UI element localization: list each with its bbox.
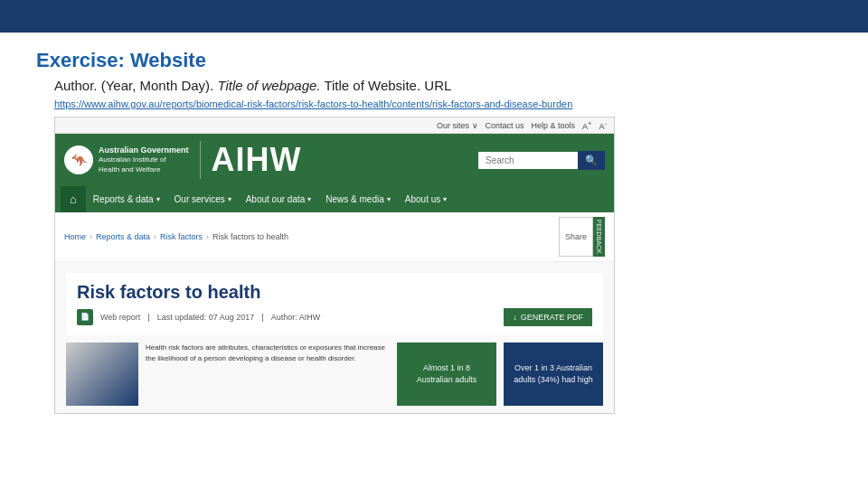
citation-url[interactable]: https://www.aihw.gov.au/reports/biomedic… bbox=[54, 99, 832, 109]
body-text: Health risk factors are attributes, char… bbox=[146, 343, 390, 406]
search-input[interactable] bbox=[478, 152, 578, 169]
australian-government-label: Australian Government bbox=[99, 145, 189, 156]
nav-services-label: Our services bbox=[175, 194, 225, 204]
font-small[interactable]: A- bbox=[599, 119, 607, 131]
aihw-brand: AIHW bbox=[200, 141, 302, 179]
our-sites-link[interactable]: Our sites ∨ bbox=[437, 121, 478, 130]
chevron-down-icon: ▾ bbox=[443, 195, 447, 203]
page-content: Risk factors to health 📄 Web report | La… bbox=[55, 262, 614, 413]
gov-logo: 🦘 Australian Government Australian Insti… bbox=[64, 145, 189, 174]
last-updated: Last updated: 07 Aug 2017 bbox=[157, 313, 255, 322]
stat1-text: Almost 1 in 8Australian adults bbox=[417, 362, 477, 385]
citation-title-italic: Title of webpage. bbox=[217, 78, 320, 93]
contact-link[interactable]: Contact us bbox=[486, 121, 524, 130]
top-bar bbox=[0, 0, 868, 33]
coat-of-arms-icon: 🦘 bbox=[64, 145, 93, 174]
nav-reports-label: Reports & data bbox=[93, 194, 154, 204]
website-mockup: Our sites ∨ Contact us Help & tools A+ A… bbox=[54, 117, 615, 414]
separator2: | bbox=[261, 313, 263, 322]
stat-box-1: Almost 1 in 8Australian adults bbox=[397, 343, 496, 406]
nav-home-button[interactable]: ⌂ bbox=[61, 186, 86, 212]
chevron-down-icon: ▾ bbox=[387, 195, 391, 203]
author: Author: AIHW bbox=[271, 313, 321, 322]
slide-content: Exercise: Website Author. (Year, Month D… bbox=[0, 33, 868, 423]
font-large[interactable]: A+ bbox=[582, 119, 591, 131]
chevron-down-icon: ▾ bbox=[228, 195, 231, 203]
generate-pdf-label: GENERATE PDF bbox=[521, 313, 583, 322]
generate-pdf-button[interactable]: ↓ GENERATE PDF bbox=[504, 308, 592, 326]
citation-year: (Year, Month Day). bbox=[101, 78, 214, 93]
exercise-title: Exercise: Website bbox=[36, 49, 832, 72]
welfare-label: Health and Welfare bbox=[99, 165, 189, 174]
nav-news-label: News & media bbox=[326, 194, 383, 204]
help-link[interactable]: Help & tools bbox=[532, 121, 576, 130]
doc-type: Web report bbox=[100, 313, 140, 322]
citation-line: Author. (Year, Month Day). Title of webp… bbox=[54, 78, 832, 93]
stat-box-2: Over 1 in 3 Australianadults (34%) had h… bbox=[504, 343, 603, 406]
chevron-down-icon: ▾ bbox=[156, 195, 160, 203]
breadcrumb-risk-factors[interactable]: Risk factors bbox=[160, 232, 203, 241]
gov-text: Australian Government Australian Institu… bbox=[99, 145, 189, 174]
download-icon: ↓ bbox=[513, 313, 517, 322]
nav-reports-data[interactable]: Reports & data ▾ bbox=[86, 187, 167, 211]
aihw-top-bar: Our sites ∨ Contact us Help & tools A+ A… bbox=[55, 117, 614, 134]
page-meta: 📄 Web report | Last updated: 07 Aug 2017… bbox=[77, 308, 592, 326]
doc-icon: 📄 bbox=[77, 309, 93, 325]
separator: | bbox=[147, 313, 149, 322]
citation-url-label: URL bbox=[424, 78, 451, 93]
share-button[interactable]: Share bbox=[559, 217, 593, 257]
nav-about-label: About us bbox=[405, 194, 440, 204]
breadcrumb-reports[interactable]: Reports & data bbox=[96, 232, 150, 241]
content-image bbox=[66, 343, 138, 406]
breadcrumb-bar: Home › Reports & data › Risk factors › R… bbox=[55, 212, 614, 262]
search-button[interactable]: 🔍 bbox=[578, 151, 605, 170]
citation-title-regular: Title of Website. bbox=[324, 78, 420, 93]
aihw-logo-area: 🦘 Australian Government Australian Insti… bbox=[55, 134, 614, 186]
content-area: Health risk factors are attributes, char… bbox=[66, 343, 603, 406]
nav-about-us[interactable]: About us ▾ bbox=[398, 187, 454, 211]
breadcrumb: Home › Reports & data › Risk factors › R… bbox=[64, 232, 288, 241]
feedback-tab[interactable]: FEEDBACK bbox=[593, 217, 605, 257]
citation-author: Author. bbox=[54, 78, 98, 93]
nav-news-media[interactable]: News & media ▾ bbox=[318, 187, 397, 211]
breadcrumb-home[interactable]: Home bbox=[64, 232, 86, 241]
search-area: 🔍 bbox=[478, 151, 605, 170]
nav-our-services[interactable]: Our services ▾ bbox=[167, 187, 239, 211]
page-title: Risk factors to health bbox=[77, 282, 592, 303]
aihw-nav: ⌂ Reports & data ▾ Our services ▾ About … bbox=[55, 186, 614, 212]
chevron-down-icon: ▾ bbox=[307, 195, 311, 203]
institute-label: Australian Institute of bbox=[99, 155, 189, 164]
breadcrumb-current: Risk factors to health bbox=[212, 232, 288, 241]
nav-about-data-label: About our data bbox=[246, 194, 306, 204]
nav-about-data[interactable]: About our data ▾ bbox=[239, 187, 319, 211]
stat2-text: Over 1 in 3 Australianadults (34%) had h… bbox=[514, 362, 593, 385]
aihw-header: Our sites ∨ Contact us Help & tools A+ A… bbox=[55, 117, 614, 212]
page-title-section: Risk factors to health 📄 Web report | La… bbox=[66, 273, 603, 335]
